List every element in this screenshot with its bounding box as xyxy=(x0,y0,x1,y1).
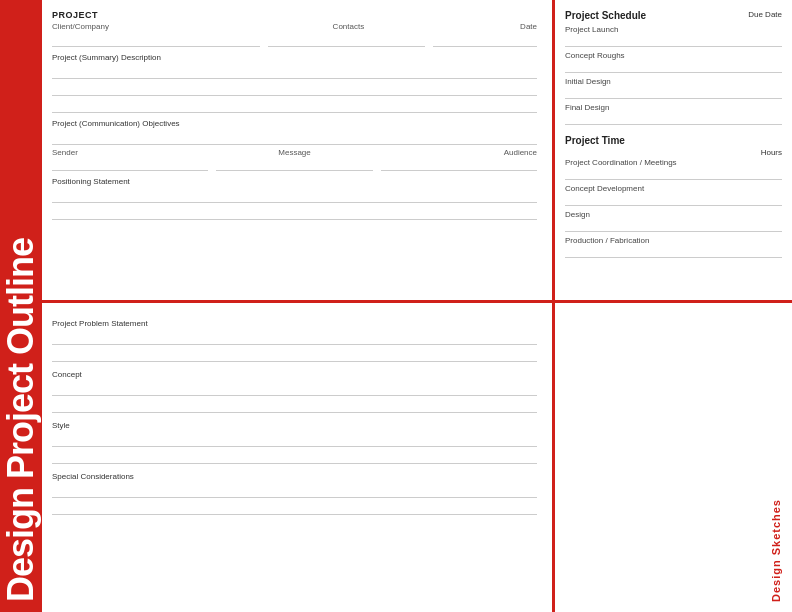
schedule-item-2: Concept Roughs xyxy=(565,51,782,73)
summary-line-3[interactable] xyxy=(52,99,537,113)
message-line[interactable] xyxy=(216,157,372,171)
positioning-line-2[interactable] xyxy=(52,206,537,220)
date-line[interactable] xyxy=(433,33,537,47)
sender-label: Sender xyxy=(52,148,214,157)
concept-label: Concept xyxy=(52,370,537,379)
time-item-1: Project Coordination / Meetings xyxy=(565,158,782,180)
schedule-title: Project Schedule xyxy=(565,10,646,21)
schedule-header: Project Schedule Due Date xyxy=(565,10,782,21)
schedule-line-3[interactable] xyxy=(565,87,782,99)
hours-header: Hours xyxy=(565,148,782,157)
time-item-4: Production / Fabrication xyxy=(565,236,782,258)
project-time-title: Project Time xyxy=(565,135,625,146)
contacts-line[interactable] xyxy=(268,33,424,47)
bottom-right-quadrant: Design Sketches xyxy=(555,303,792,612)
time-line-4[interactable] xyxy=(565,246,782,258)
sidebar-title: Design Project Outline xyxy=(3,238,39,602)
schedule-label-1: Project Launch xyxy=(565,25,782,34)
positioning-line-1[interactable] xyxy=(52,189,537,203)
top-right-quadrant: Project Schedule Due Date Project Launch… xyxy=(555,0,792,300)
schedule-item-3: Initial Design xyxy=(565,77,782,99)
summary-line-1[interactable] xyxy=(52,65,537,79)
time-label-2: Concept Development xyxy=(565,184,782,193)
due-date-label: Due Date xyxy=(748,10,782,21)
objectives-line-1[interactable] xyxy=(52,131,537,145)
design-sketches-label: Design Sketches xyxy=(770,499,782,602)
contacts-label: Contacts xyxy=(268,22,430,31)
special-line-2[interactable] xyxy=(52,501,537,515)
style-line-2[interactable] xyxy=(52,450,537,464)
schedule-label-4: Final Design xyxy=(565,103,782,112)
main-content: PROJECT Client/Company Contacts Date Pro… xyxy=(42,0,792,612)
schedule-item-1: Project Launch xyxy=(565,25,782,47)
summary-label: Project (Summary) Description xyxy=(52,53,537,62)
sender-header-row: Sender Message Audience xyxy=(52,148,537,157)
positioning-label: Positioning Statement xyxy=(52,177,537,186)
schedule-line-1[interactable] xyxy=(565,35,782,47)
style-label: Style xyxy=(52,421,537,430)
summary-line-2[interactable] xyxy=(52,82,537,96)
message-label: Message xyxy=(214,148,376,157)
schedule-label-3: Initial Design xyxy=(565,77,782,86)
time-label-1: Project Coordination / Meetings xyxy=(565,158,782,167)
time-line-3[interactable] xyxy=(565,220,782,232)
concept-line-2[interactable] xyxy=(52,399,537,413)
client-line[interactable] xyxy=(52,33,260,47)
schedule-item-4: Final Design xyxy=(565,103,782,125)
concept-line-1[interactable] xyxy=(52,382,537,396)
hours-label: Hours xyxy=(761,148,782,157)
date-label: Date xyxy=(429,22,537,31)
sender-field-lines xyxy=(52,157,537,171)
red-sidebar: Design Project Outline xyxy=(0,0,42,612)
special-label: Special Considerations xyxy=(52,472,537,481)
schedule-line-2[interactable] xyxy=(565,61,782,73)
problem-line-1[interactable] xyxy=(52,331,537,345)
time-line-1[interactable] xyxy=(565,168,782,180)
top-left-quadrant: PROJECT Client/Company Contacts Date Pro… xyxy=(42,0,552,300)
sender-line[interactable] xyxy=(52,157,208,171)
schedule-line-4[interactable] xyxy=(565,113,782,125)
time-label-4: Production / Fabrication xyxy=(565,236,782,245)
time-item-2: Concept Development xyxy=(565,184,782,206)
time-line-2[interactable] xyxy=(565,194,782,206)
audience-line[interactable] xyxy=(381,157,537,171)
client-header-row: Client/Company Contacts Date xyxy=(52,22,537,31)
project-label: PROJECT xyxy=(52,10,537,20)
objectives-label: Project (Communication) Objectives xyxy=(52,119,537,128)
style-line-1[interactable] xyxy=(52,433,537,447)
special-line-1[interactable] xyxy=(52,484,537,498)
schedule-label-2: Concept Roughs xyxy=(565,51,782,60)
time-item-3: Design xyxy=(565,210,782,232)
problem-line-2[interactable] xyxy=(52,348,537,362)
client-field-lines xyxy=(52,33,537,47)
problem-label: Project Problem Statement xyxy=(52,319,537,328)
bottom-left-quadrant: Project Problem Statement Concept Style … xyxy=(42,303,552,612)
client-label: Client/Company xyxy=(52,22,268,31)
audience-label: Audience xyxy=(375,148,537,157)
time-label-3: Design xyxy=(565,210,782,219)
